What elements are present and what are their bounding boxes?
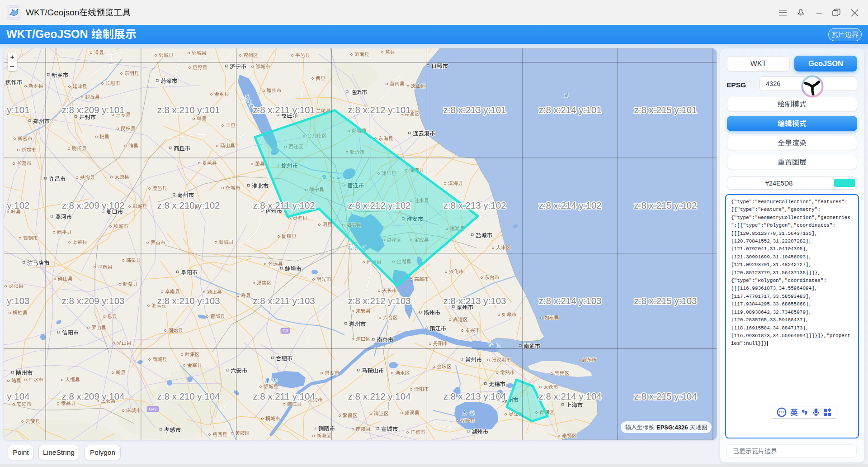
svg-text:z:8 x:209 y:103: z:8 x:209 y:103 xyxy=(61,295,124,306)
svg-text:z:8 x:214 y:104: z:8 x:214 y:104 xyxy=(538,391,601,401)
svg-text:z:8 x:213 y:104: z:8 x:213 y:104 xyxy=(443,391,506,401)
svg-text:z:8 x:210 y:103: z:8 x:210 y:103 xyxy=(157,295,220,306)
svg-text:z:8 x:208 y:103: z:8 x:208 y:103 xyxy=(4,295,30,306)
svg-text:z:8 x:208 y:101: z:8 x:208 y:101 xyxy=(4,105,30,115)
svg-text:z:8 x:215 y:104: z:8 x:215 y:104 xyxy=(634,391,697,401)
svg-text:z:8 x:215 y:101: z:8 x:215 y:101 xyxy=(634,105,697,115)
svg-text:z:8 x:208 y:104: z:8 x:208 y:104 xyxy=(4,391,30,401)
svg-text:G3: G3 xyxy=(283,329,288,333)
svg-text:z:8 x:209 y:102: z:8 x:209 y:102 xyxy=(61,200,124,210)
svg-text:iFLY: iFLY xyxy=(778,410,785,414)
svg-text:z:8 x:211 y:104: z:8 x:211 y:104 xyxy=(253,391,315,401)
svg-text:z:8 x:214 y:102: z:8 x:214 y:102 xyxy=(538,200,601,210)
svg-text:z:8 x:209 y:101: z:8 x:209 y:101 xyxy=(61,105,124,115)
svg-text:z:8 x:212 y:101: z:8 x:212 y:101 xyxy=(348,105,410,115)
svg-text:z:8 x:214 y:103: z:8 x:214 y:103 xyxy=(538,295,601,306)
svg-text:z:8 x:212 y:103: z:8 x:212 y:103 xyxy=(348,295,410,306)
svg-text:z:8 x:209 y:104: z:8 x:209 y:104 xyxy=(61,391,124,401)
svg-text:z:8 x:213 y:102: z:8 x:213 y:102 xyxy=(443,200,506,210)
svg-text:z:8 x:214 y:101: z:8 x:214 y:101 xyxy=(538,105,601,115)
svg-text:z:8 x:210 y:104: z:8 x:210 y:104 xyxy=(157,391,220,401)
svg-text:z:8 x:215 y:103: z:8 x:215 y:103 xyxy=(634,295,697,306)
svg-text:z:8 x:213 y:103: z:8 x:213 y:103 xyxy=(443,295,506,306)
svg-text:z:8 x:213 y:101: z:8 x:213 y:101 xyxy=(443,105,506,115)
svg-text:z:8 x:212 y:104: z:8 x:212 y:104 xyxy=(348,391,410,401)
svg-text:z:8 x:211 y:103: z:8 x:211 y:103 xyxy=(253,295,315,306)
svg-text:z:8 x:211 y:102: z:8 x:211 y:102 xyxy=(253,200,315,210)
svg-text:z:8 x:208 y:102: z:8 x:208 y:102 xyxy=(4,200,30,210)
svg-text:z:8 x:211 y:101: z:8 x:211 y:101 xyxy=(253,105,315,115)
svg-text:z:8 x:215 y:102: z:8 x:215 y:102 xyxy=(634,200,697,210)
svg-text:G42: G42 xyxy=(149,407,156,411)
svg-text:z:8 x:210 y:101: z:8 x:210 y:101 xyxy=(157,105,220,115)
svg-text:z:8 x:210 y:102: z:8 x:210 y:102 xyxy=(157,200,220,210)
svg-text:z:8 x:212 y:102: z:8 x:212 y:102 xyxy=(348,200,410,210)
